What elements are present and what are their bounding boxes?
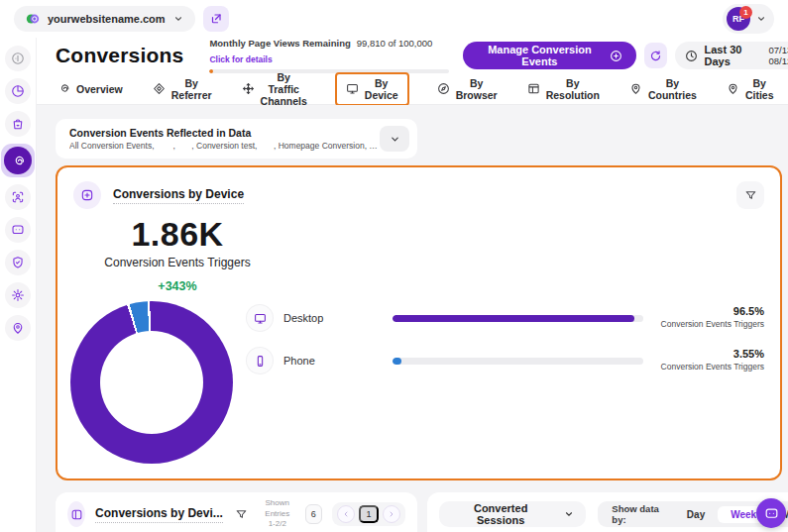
traffic-channels-icon xyxy=(242,82,255,95)
device-monitor-icon xyxy=(346,82,359,95)
views-remaining-value: 99,810 of 100,000 xyxy=(357,38,433,49)
show-data-by-label: Show data by: xyxy=(602,503,674,525)
refresh-button[interactable] xyxy=(644,43,667,68)
phone-percentage-sub: Conversion Events Triggers xyxy=(657,362,764,372)
support-chat-button[interactable] xyxy=(756,498,786,528)
tab-by-device[interactable]: By Device xyxy=(335,72,409,106)
top-bar: yourwebsitename.com RF 1 xyxy=(0,0,788,38)
previous-page-button[interactable] xyxy=(337,505,355,523)
tab-label: By Referrer xyxy=(171,77,212,101)
tab-by-resolution[interactable]: By Resolution xyxy=(525,73,602,105)
sidebar xyxy=(0,38,36,532)
page-header: Conversions Monthly Page Views Remaining… xyxy=(37,38,788,73)
tab-by-browser[interactable]: By Browser xyxy=(435,73,500,105)
device-legend: Desktop 96.5% Conversion Events Triggers xyxy=(247,305,764,464)
table-card-title[interactable]: Conversions by Devi... xyxy=(95,506,223,523)
sidebar-item-dashboard[interactable] xyxy=(5,78,31,104)
account-menu[interactable]: RF 1 xyxy=(723,4,774,34)
refresh-icon xyxy=(649,50,662,62)
sidebar-item-settings[interactable] xyxy=(5,282,31,308)
sidebar-item-security[interactable] xyxy=(5,250,31,275)
chevron-down-icon xyxy=(173,14,183,24)
open-website-button[interactable] xyxy=(203,6,229,32)
shown-entries-label: Shown Entries xyxy=(260,498,295,519)
sidebar-active-halo xyxy=(1,144,35,177)
tab-label: By Resolution xyxy=(546,77,600,101)
views-remaining-label: Monthly Page Views Remaining xyxy=(209,38,350,49)
chat-bubble-icon xyxy=(11,223,25,237)
location-pin-icon xyxy=(629,82,642,95)
shield-check-icon xyxy=(11,256,25,269)
legend-row-desktop: Desktop 96.5% Conversion Events Triggers xyxy=(247,305,764,331)
page-number[interactable]: 1 xyxy=(359,505,379,523)
card-chart-icon xyxy=(73,181,101,209)
sidebar-item-store[interactable] xyxy=(5,111,31,137)
phone-bar-fill xyxy=(393,358,401,365)
pie-chart-icon xyxy=(11,84,25,98)
date-preset-label: Last 30 Days xyxy=(704,44,762,67)
person-pin-icon xyxy=(11,321,25,335)
page-title: Conversions xyxy=(56,44,183,67)
chevron-right-icon xyxy=(388,510,395,518)
external-link-icon xyxy=(210,13,222,25)
date-range-value: 07/13/2025 - 08/12/2025 xyxy=(768,45,788,66)
views-details-link[interactable]: Click for details xyxy=(209,54,272,64)
total-value: 1.86K xyxy=(73,215,281,254)
date-range-selector[interactable]: Last 30 Days 07/13/2025 - 08/12/2025 xyxy=(675,42,788,69)
website-selector[interactable]: yourwebsitename.com xyxy=(14,6,195,32)
tab-overview[interactable]: Overview xyxy=(56,78,125,99)
tab-by-traffic-channels[interactable]: By Traffic Channels xyxy=(240,67,309,111)
website-name: yourwebsitename.com xyxy=(48,13,166,25)
gear-icon xyxy=(11,288,25,302)
total-stats: 1.86K Conversion Events Triggers +343% xyxy=(73,215,281,293)
metric-dropdown[interactable]: Converted Sessions xyxy=(439,501,586,527)
conversions-spiral-icon xyxy=(11,154,26,168)
user-scan-icon xyxy=(11,190,25,204)
referrer-icon xyxy=(153,82,166,95)
desktop-percentage-sub: Conversion Events Triggers xyxy=(657,319,764,330)
sidebar-item-audience[interactable] xyxy=(5,184,31,210)
metric-dropdown-label: Converted Sessions xyxy=(451,502,550,526)
chevron-left-icon xyxy=(342,510,350,518)
shown-entries: Shown Entries 1-2/2 xyxy=(260,498,295,529)
tab-label: By Browser xyxy=(456,77,498,101)
chevron-down-icon xyxy=(756,14,766,24)
manage-conversion-events-button[interactable]: Manage Conversion Events xyxy=(463,42,636,69)
sidebar-collapse-button[interactable] xyxy=(5,46,31,71)
next-page-button[interactable] xyxy=(383,505,400,523)
conversions-table-card: Conversions by Devi... Shown Entries 1-2… xyxy=(56,492,417,532)
events-bar-expand-button[interactable] xyxy=(380,126,409,152)
report-canvas: Conversion Events Reflected in Data All … xyxy=(37,105,788,532)
conversion-events-bar: Conversion Events Reflected in Data All … xyxy=(56,119,417,159)
device-label: Desktop xyxy=(283,312,393,324)
tab-by-countries[interactable]: By Countries xyxy=(627,73,699,105)
desktop-percentage: 96.5% xyxy=(657,305,764,317)
phone-percentage: 3.55% xyxy=(657,348,764,360)
desktop-bar-fill xyxy=(393,315,634,322)
donut-chart[interactable] xyxy=(70,301,233,464)
granularity-day[interactable]: Day xyxy=(674,506,718,523)
website-favicon xyxy=(26,12,40,26)
conversions-by-device-card: Conversions by Device 1.86K Conversion E… xyxy=(56,165,782,480)
funnel-icon xyxy=(235,508,248,521)
manage-button-label: Manage Conversion Events xyxy=(477,44,603,67)
per-page-selector[interactable]: 6 xyxy=(305,504,322,524)
overview-icon xyxy=(57,82,70,95)
card-filter-button[interactable] xyxy=(736,181,764,209)
plus-circle-icon xyxy=(610,50,622,62)
shopping-bag-icon xyxy=(11,117,25,131)
sidebar-item-feedback[interactable] xyxy=(5,217,31,243)
tab-by-referrer[interactable]: By Referrer xyxy=(151,73,214,105)
sidebar-item-conversions[interactable] xyxy=(4,147,32,174)
table-filter-button[interactable] xyxy=(233,508,250,521)
legend-row-phone: Phone 3.55% Conversion Events Triggers xyxy=(247,348,764,373)
collapse-panel-icon xyxy=(11,52,25,65)
location-pin-icon xyxy=(727,82,739,95)
report-tabs: Overview By Referrer By Traffic Channels… xyxy=(37,73,788,105)
tab-label: By Cities xyxy=(745,77,774,101)
chevron-down-icon xyxy=(390,134,400,145)
card-title[interactable]: Conversions by Device xyxy=(113,187,244,204)
sidebar-item-visitors[interactable] xyxy=(5,315,31,341)
tab-by-cities[interactable]: By Cities xyxy=(725,73,776,105)
shown-entries-value: 1-2/2 xyxy=(260,519,295,529)
